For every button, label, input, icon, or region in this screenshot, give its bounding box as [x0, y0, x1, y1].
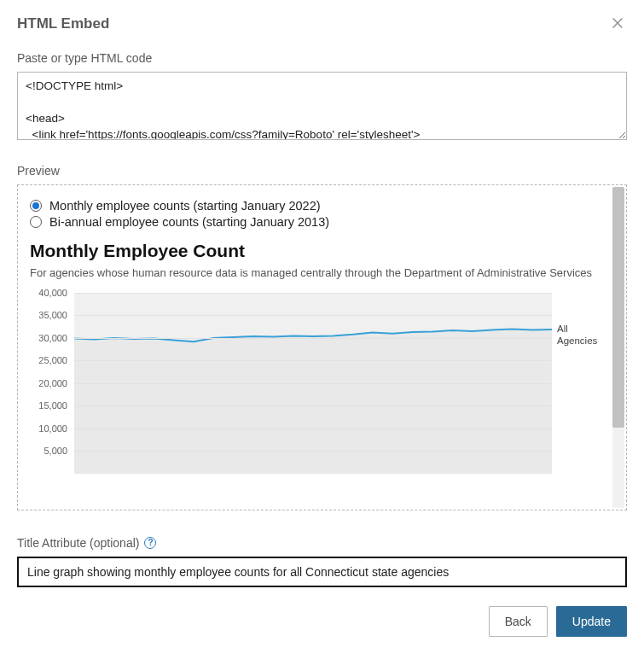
title-attribute-input[interactable] [17, 557, 627, 587]
chart-legend: AllAgencies [557, 324, 597, 347]
chart-ytick: 20,000 [38, 378, 67, 388]
preview-scroll-thumb[interactable] [612, 187, 624, 428]
radio-monthly-label: Monthly employee counts (starting Januar… [49, 199, 321, 213]
help-icon[interactable]: ? [144, 537, 156, 549]
chart-title: Monthly Employee Count [30, 241, 618, 261]
chart-description: For agencies whose human resource data i… [30, 265, 618, 281]
back-button[interactable]: Back [489, 606, 548, 637]
update-button[interactable]: Update [556, 606, 627, 637]
chart-ytick: 10,000 [38, 423, 67, 434]
radio-icon [30, 200, 42, 212]
html-code-textarea[interactable] [17, 72, 627, 140]
preview-scrollbar[interactable] [612, 187, 624, 508]
radio-biannual[interactable]: Bi-annual employee counts (starting Janu… [30, 215, 618, 229]
radio-biannual-label: Bi-annual employee counts (starting Janu… [49, 215, 329, 229]
chart-area: AllAgencies 5,00010,00015,00020,00025,00… [30, 289, 610, 477]
code-label: Paste or type HTML code [17, 51, 627, 65]
close-icon[interactable] [610, 15, 627, 32]
chart-ytick: 25,000 [38, 355, 67, 365]
title-attr-label: Title Attribute (optional) [17, 536, 139, 550]
chart-ytick: 15,000 [38, 400, 67, 411]
chart-ytick: 30,000 [38, 333, 67, 343]
chart-ytick: 35,000 [38, 310, 67, 320]
chart-ytick: 5,000 [44, 446, 67, 456]
preview-pane: Monthly employee counts (starting Januar… [17, 184, 627, 510]
radio-icon [30, 216, 42, 228]
chart-ytick: 40,000 [38, 288, 67, 298]
radio-monthly[interactable]: Monthly employee counts (starting Januar… [30, 199, 618, 213]
dialog-title: HTML Embed [17, 15, 109, 32]
preview-label: Preview [17, 164, 627, 178]
chart-plot [74, 293, 552, 474]
